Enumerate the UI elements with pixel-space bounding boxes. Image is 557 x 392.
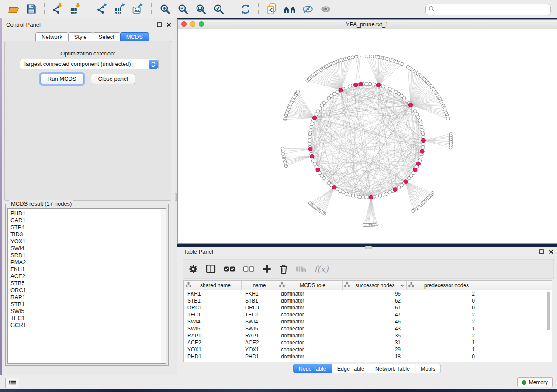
network-node[interactable]: [378, 194, 382, 197]
table-row[interactable]: SWI4SWI4dominator462: [184, 318, 552, 325]
table-cell[interactable]: STB1: [242, 297, 277, 304]
table-cell[interactable]: 2: [407, 311, 481, 318]
list-item[interactable]: ACE2: [10, 273, 166, 280]
table-cell[interactable]: STB1: [184, 297, 242, 304]
network-node[interactable]: [348, 193, 351, 196]
list-item[interactable]: TID3: [10, 231, 166, 238]
mcds-hub-node[interactable]: [310, 154, 314, 158]
export-network-button[interactable]: [95, 2, 110, 16]
table-cell[interactable]: ORC1: [184, 304, 242, 311]
network-node[interactable]: [446, 117, 450, 120]
table-cell[interactable]: 29: [343, 346, 407, 353]
table-row[interactable]: SWI5SWI5connector431: [184, 325, 552, 332]
network-node[interactable]: [385, 192, 388, 196]
memory-button[interactable]: Memory: [517, 377, 553, 387]
table-cell[interactable]: SWI4: [184, 318, 242, 325]
minimize-window-icon[interactable]: [190, 21, 195, 27]
network-node[interactable]: [421, 146, 425, 149]
table-cell[interactable]: 31: [343, 339, 407, 346]
list-item[interactable]: ORC1: [10, 287, 166, 294]
table-cell[interactable]: TEC1: [242, 311, 277, 318]
horizontal-splitter-handle[interactable]: [365, 246, 372, 249]
network-node[interactable]: [355, 195, 358, 198]
network-node[interactable]: [420, 125, 423, 129]
mcds-hub-node[interactable]: [369, 195, 373, 199]
list-item[interactable]: SRD1: [10, 252, 166, 259]
tab-node-table[interactable]: Node Table: [293, 364, 332, 373]
table-cell[interactable]: 47: [343, 311, 407, 318]
table-row[interactable]: STB1STB1dominator620: [184, 297, 552, 304]
list-item[interactable]: STB5: [10, 280, 166, 287]
network-node[interactable]: [418, 119, 422, 122]
network-node[interactable]: [412, 209, 415, 212]
network-node[interactable]: [372, 83, 375, 86]
zoom-out-button[interactable]: [176, 2, 190, 16]
find-button[interactable]: [283, 2, 297, 16]
network-node[interactable]: [363, 223, 366, 226]
table-cell[interactable]: 2: [407, 290, 481, 297]
zoom-fit-button[interactable]: [194, 2, 208, 16]
network-window-titlebar[interactable]: YPA_prune.txt_1: [178, 20, 557, 29]
column-header-predecessor-nodes[interactable]: predecessor nodes: [407, 281, 481, 290]
network-node[interactable]: [385, 86, 388, 89]
table-cell[interactable]: SWI4: [242, 318, 277, 325]
close-panel-icon[interactable]: [548, 249, 554, 254]
network-node[interactable]: [308, 132, 312, 135]
network-node[interactable]: [308, 142, 311, 146]
delete-column-button[interactable]: [279, 264, 288, 274]
table-cell[interactable]: ACE2: [184, 339, 242, 346]
network-node[interactable]: [309, 129, 312, 132]
mcds-hub-node[interactable]: [316, 168, 320, 172]
table-cell[interactable]: 96: [343, 290, 407, 297]
network-graph[interactable]: [178, 29, 557, 243]
list-item[interactable]: CAR1: [10, 217, 166, 224]
table-cell[interactable]: 35: [343, 332, 407, 339]
scrollbar-thumb[interactable]: [547, 292, 550, 330]
list-item[interactable]: STB1: [10, 301, 166, 308]
network-node[interactable]: [308, 139, 311, 142]
table-cell[interactable]: YOX1: [184, 346, 242, 353]
select-all-button[interactable]: [224, 265, 235, 273]
tab-edge-table[interactable]: Edge Table: [332, 364, 370, 373]
list-scrollbar[interactable]: [161, 209, 166, 363]
import-table-button[interactable]: [69, 2, 83, 16]
network-node[interactable]: [345, 86, 348, 89]
deselect-all-button[interactable]: [243, 265, 255, 273]
network-node[interactable]: [401, 62, 404, 65]
network-node[interactable]: [358, 195, 361, 199]
network-node[interactable]: [310, 125, 313, 129]
list-item[interactable]: STP4: [10, 224, 166, 231]
table-cell[interactable]: RAP1: [184, 332, 242, 339]
splitter-handle[interactable]: [175, 193, 177, 201]
tab-motifs[interactable]: Motifs: [415, 364, 441, 373]
table-cell[interactable]: dominator: [277, 297, 343, 304]
list-item[interactable]: YOX1: [10, 238, 166, 245]
column-header-name[interactable]: name: [242, 281, 277, 290]
network-canvas[interactable]: [178, 29, 557, 243]
network-node[interactable]: [281, 147, 284, 150]
table-cell[interactable]: 0: [407, 304, 481, 311]
table-cell[interactable]: YOX1: [242, 346, 277, 353]
search-box[interactable]: [425, 4, 551, 15]
mcds-hub-node[interactable]: [332, 186, 336, 189]
mcds-hub-node[interactable]: [421, 138, 425, 142]
table-row[interactable]: FKH1FKH1dominator962: [184, 290, 552, 297]
network-node[interactable]: [311, 122, 314, 125]
table-cell[interactable]: 0: [407, 353, 481, 360]
table-cell[interactable]: dominator: [277, 332, 343, 339]
mcds-hub-node[interactable]: [376, 83, 380, 87]
list-item[interactable]: SWI5: [10, 308, 166, 315]
float-panel-icon[interactable]: [539, 249, 544, 254]
import-network-button[interactable]: [51, 2, 65, 16]
show-panels-button[interactable]: [5, 378, 19, 388]
network-node[interactable]: [365, 196, 368, 199]
table-row[interactable]: TEC1TEC1connector472: [184, 311, 552, 318]
network-node[interactable]: [348, 85, 351, 88]
table-cell[interactable]: 43: [343, 325, 407, 332]
close-window-icon[interactable]: [181, 21, 187, 27]
table-cell[interactable]: dominator: [277, 304, 343, 311]
optimization-criterion-select[interactable]: largest connected component (undirected): [20, 59, 159, 69]
mcds-hub-node[interactable]: [359, 82, 363, 86]
table-cell[interactable]: 1: [407, 346, 481, 353]
network-node[interactable]: [308, 202, 311, 205]
